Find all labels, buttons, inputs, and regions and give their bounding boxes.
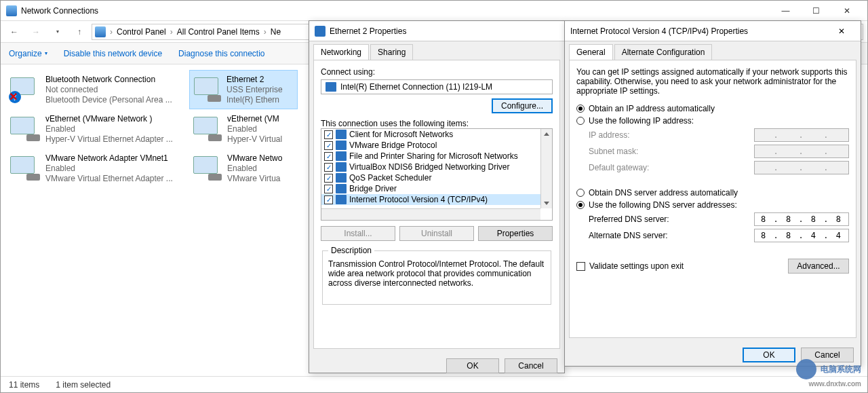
- install-button[interactable]: Install...: [321, 226, 395, 241]
- forward-button[interactable]: →: [26, 24, 45, 40]
- dialog-icon: [315, 26, 326, 37]
- item-client-msn[interactable]: ✓Client for Microsoft Networks: [321, 129, 552, 140]
- crumb-current[interactable]: Ne: [268, 27, 283, 37]
- diagnose-button[interactable]: Diagnose this connectio: [178, 49, 264, 58]
- watermark: 电脑系统网 www.dnxtw.com: [796, 359, 861, 379]
- app-icon: [6, 5, 17, 16]
- uninstall-button[interactable]: Uninstall: [399, 226, 474, 241]
- description-text: Transmission Control Protocol/Internet P…: [328, 259, 545, 288]
- item-tcpipv4[interactable]: ✓Internet Protocol Version 4 (TCP/IPv4): [321, 194, 552, 205]
- tab-alternate[interactable]: Alternate Configuration: [614, 44, 713, 60]
- scrollbar-vertical[interactable]: [540, 129, 552, 208]
- location-icon: [95, 26, 106, 37]
- item-vmware-bridge[interactable]: ✓VMware Bridge Protocol: [321, 140, 552, 151]
- chevron-right-icon: ›: [264, 27, 267, 37]
- adapter-vmnet1[interactable]: VMware Network Adapter VMnet1EnabledVMwa…: [6, 149, 189, 188]
- description-group: Description Transmission Control Protoco…: [322, 250, 551, 305]
- window-title: Network Connections: [21, 6, 770, 16]
- item-file-printer[interactable]: ✓File and Printer Sharing for Microsoft …: [321, 151, 552, 162]
- up-button[interactable]: ↑: [70, 24, 89, 40]
- adapter-vmware-netwo[interactable]: VMware NetwoEnabledVMware Virtua: [189, 149, 298, 188]
- selected-count: 1 item selected: [56, 380, 111, 390]
- tab-sharing[interactable]: Sharing: [370, 44, 413, 60]
- eth-ok-button[interactable]: OK: [446, 358, 499, 373]
- adapter-ethernet2[interactable]: Ethernet 2USS EnterpriseIntel(R) Ethern: [189, 70, 298, 109]
- field-subnet-mask: Subnet mask:. . .: [589, 145, 849, 158]
- connect-using-label: Connect using:: [321, 67, 553, 77]
- properties-button[interactable]: Properties: [478, 226, 553, 241]
- tab-networking[interactable]: Networking: [313, 44, 369, 60]
- adapter-icon: [326, 82, 336, 92]
- advanced-button[interactable]: Advanced...: [788, 259, 849, 274]
- adapter-vethernet-vmware[interactable]: vEthernet (VMware Network )EnabledHyper-…: [6, 109, 189, 149]
- titlebar: Network Connections — ☐ ✕: [1, 1, 867, 21]
- tab-general[interactable]: General: [569, 44, 613, 60]
- radio-dns-manual[interactable]: Use the following DNS server addresses:: [576, 200, 849, 210]
- organize-menu[interactable]: Organize ▾: [9, 49, 47, 58]
- ipv4-close-button[interactable]: ✕: [828, 22, 855, 41]
- house-icon: [796, 359, 816, 379]
- eth-cancel-button[interactable]: Cancel: [505, 358, 557, 373]
- item-bridge-driver[interactable]: ✓Bridge Driver: [321, 183, 552, 194]
- chevron-right-icon: ›: [170, 27, 173, 37]
- maximize-button[interactable]: ☐: [801, 1, 831, 20]
- ipv4-ok-button[interactable]: OK: [743, 348, 795, 362]
- recent-dropdown[interactable]: ▾: [48, 24, 67, 40]
- ipv4-intro: You can get IP settings assigned automat…: [576, 67, 849, 96]
- radio-ip-manual[interactable]: Use the following IP address:: [576, 116, 849, 126]
- disable-device-button[interactable]: Disable this network device: [64, 49, 162, 58]
- items-label: This connection uses the following items…: [321, 119, 553, 128]
- back-button[interactable]: ←: [5, 24, 24, 40]
- field-alternate-dns[interactable]: Alternate DNS server:8 . 8 . 4 . 4: [589, 229, 849, 242]
- adapter-name-box: Intel(R) Ethernet Connection (11) I219-L…: [321, 79, 553, 94]
- close-button[interactable]: ✕: [831, 1, 862, 20]
- item-vbox-ndis[interactable]: ✓VirtualBox NDIS6 Bridged Networking Dri…: [321, 162, 552, 172]
- crumb-all-items[interactable]: All Control Panel Items: [174, 27, 262, 37]
- item-qos[interactable]: ✓QoS Packet Scheduler: [321, 172, 552, 183]
- ipv4-properties-dialog: Internet Protocol Version 4 (TCP/IPv4) P…: [564, 20, 861, 367]
- field-preferred-dns[interactable]: Preferred DNS server:8 . 8 . 8 . 8: [589, 212, 849, 226]
- ethernet-properties-dialog: Ethernet 2 Properties Networking Sharing…: [309, 20, 565, 373]
- ipv4-dialog-title: Internet Protocol Version 4 (TCP/IPv4) P…: [570, 26, 828, 36]
- checkbox-validate[interactable]: Validate settings upon exit: [576, 261, 684, 271]
- field-ip-address: IP address:. . .: [589, 128, 849, 142]
- scrollbar-horizontal[interactable]: [321, 208, 540, 220]
- minimize-button[interactable]: —: [770, 1, 801, 20]
- radio-ip-auto[interactable]: Obtain an IP address automatically: [576, 104, 849, 113]
- adapter-vethernet-vm[interactable]: vEthernet (VMEnabledHyper-V Virtual: [189, 109, 298, 149]
- configure-button[interactable]: Configure...: [492, 98, 553, 113]
- adapter-bluetooth[interactable]: ᛒ✕ Bluetooth Network ConnectionNot conne…: [6, 70, 189, 109]
- dialog-title: Ethernet 2 Properties: [330, 26, 559, 36]
- chevron-right-icon: ›: [110, 27, 113, 37]
- field-default-gateway: Default gateway:. . .: [589, 161, 849, 174]
- item-count: 11 items: [9, 380, 39, 390]
- description-label: Description: [328, 246, 374, 255]
- network-items-list[interactable]: ✓Client for Microsoft Networks ✓VMware B…: [321, 128, 553, 221]
- radio-dns-auto[interactable]: Obtain DNS server address automatically: [576, 188, 849, 198]
- crumb-control-panel[interactable]: Control Panel: [114, 27, 169, 37]
